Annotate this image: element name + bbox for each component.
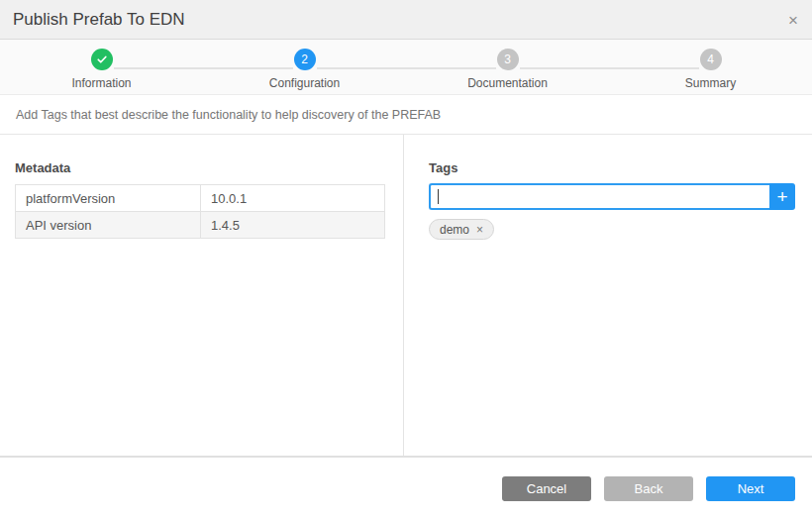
tag-chip: demo × — [429, 219, 494, 240]
metadata-key: API version — [16, 212, 201, 239]
step-summary[interactable]: 4 Summary — [609, 49, 812, 94]
back-button[interactable]: Back — [604, 476, 693, 501]
tag-input-group: + — [429, 183, 795, 210]
dialog-header: Publish Prefab To EDN × — [0, 0, 812, 40]
dialog-title: Publish Prefab To EDN — [13, 10, 185, 30]
metadata-key: platformVersion — [16, 185, 201, 212]
metadata-panel: Metadata platformVersion 10.0.1 API vers… — [0, 135, 404, 456]
close-icon[interactable]: × — [788, 11, 798, 28]
step-information[interactable]: Information — [0, 49, 203, 94]
table-row: API version 1.4.5 — [16, 212, 385, 239]
metadata-table: platformVersion 10.0.1 API version 1.4.5 — [15, 184, 385, 239]
step-description-row: Add Tags that best describe the function… — [0, 95, 812, 135]
metadata-value: 1.4.5 — [201, 212, 385, 239]
metadata-heading: Metadata — [15, 160, 386, 175]
metadata-value: 10.0.1 — [201, 185, 385, 212]
step-description-text: Add Tags that best describe the function… — [16, 108, 441, 122]
step-label: Information — [71, 76, 131, 90]
dialog-content: Metadata platformVersion 10.0.1 API vers… — [0, 135, 812, 456]
tags-panel: Tags + demo × — [404, 135, 812, 456]
plus-icon: + — [776, 187, 787, 206]
cancel-button[interactable]: Cancel — [502, 476, 591, 501]
next-button[interactable]: Next — [706, 476, 795, 501]
step-label: Summary — [685, 76, 736, 90]
step-configuration[interactable]: 2 Configuration — [203, 49, 406, 94]
step-number-badge: 3 — [497, 49, 519, 70]
step-label: Configuration — [269, 76, 340, 90]
step-number-badge: 4 — [700, 49, 722, 70]
step-documentation[interactable]: 3 Documentation — [406, 49, 609, 94]
step-number-badge: 2 — [294, 49, 316, 70]
tag-chip-label: demo — [440, 223, 469, 237]
tag-input-wrap — [429, 183, 769, 210]
wizard-stepper: Information 2 Configuration 3 Documentat… — [0, 40, 812, 95]
check-icon — [91, 49, 113, 70]
add-tag-button[interactable]: + — [769, 183, 795, 210]
step-label: Documentation — [467, 76, 548, 90]
tags-heading: Tags — [429, 160, 795, 175]
publish-prefab-dialog: Publish Prefab To EDN × Information 2 Co… — [0, 0, 812, 519]
text-caret — [438, 189, 439, 204]
tag-chips-row: demo × — [429, 219, 795, 240]
table-row: platformVersion 10.0.1 — [16, 185, 385, 212]
remove-tag-icon[interactable]: × — [476, 224, 483, 236]
tag-input[interactable] — [429, 183, 769, 210]
dialog-footer: Cancel Back Next — [0, 456, 812, 519]
